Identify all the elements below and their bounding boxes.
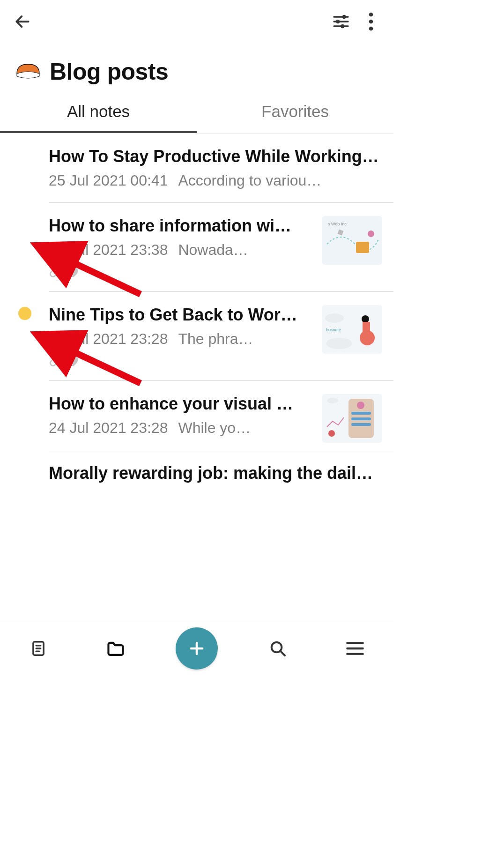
note-preview: While yo… <box>178 419 251 437</box>
note-date: 24 Jul 2021 23:28 <box>49 419 168 437</box>
svg-point-16 <box>326 338 352 349</box>
notebook-title-row: Blog posts <box>0 43 393 94</box>
more-vertical-icon <box>369 12 373 31</box>
svg-point-18 <box>360 330 375 345</box>
menu-icon <box>346 641 364 655</box>
link-icon <box>49 354 62 367</box>
note-title: How to share information wi… <box>49 216 314 236</box>
svg-point-1 <box>343 15 345 18</box>
list-item[interactable]: How to share information wi… 24 Jul 2021… <box>49 203 393 292</box>
favorite-icon <box>67 266 80 277</box>
settings-sliders-icon <box>332 12 350 31</box>
back-button[interactable] <box>7 7 37 37</box>
svg-point-12 <box>368 231 374 237</box>
bottom-nav <box>0 622 393 675</box>
note-thumbnail: s Web Inc <box>322 216 382 265</box>
note-preview: According to variou… <box>178 172 321 189</box>
svg-point-35 <box>272 642 282 653</box>
tab-all-notes[interactable]: All notes <box>0 94 197 133</box>
svg-point-19 <box>362 315 369 323</box>
link-icon <box>49 265 62 278</box>
svg-line-36 <box>281 652 285 655</box>
note-thumbnail <box>322 394 382 443</box>
note-date: 25 Jul 2021 00:41 <box>49 172 168 189</box>
svg-rect-11 <box>356 242 369 253</box>
svg-point-27 <box>328 430 335 437</box>
svg-point-6 <box>369 13 373 17</box>
svg-point-7 <box>369 20 373 24</box>
search-icon <box>268 639 287 658</box>
svg-point-26 <box>357 402 364 409</box>
note-date: 24 Jul 2021 23:38 <box>49 241 168 259</box>
folder-icon <box>106 640 126 657</box>
svg-rect-25 <box>351 423 371 426</box>
nav-folders-button[interactable] <box>99 632 133 665</box>
svg-point-5 <box>341 25 344 27</box>
filter-button[interactable] <box>326 7 356 37</box>
note-thumbnail: busnote <box>322 305 382 354</box>
nav-search-button[interactable] <box>261 632 295 665</box>
note-title: Nine Tips to Get Back to Wor… <box>49 305 314 325</box>
page-title: Blog posts <box>50 58 168 85</box>
add-icon <box>188 640 205 657</box>
add-note-fab[interactable] <box>176 627 218 670</box>
svg-text:s Web Inc: s Web Inc <box>328 222 347 226</box>
svg-rect-20 <box>363 322 370 332</box>
note-preview: Nowada… <box>178 241 248 259</box>
note-title: How to enhance your visual … <box>49 394 314 414</box>
svg-point-8 <box>369 27 373 31</box>
overflow-menu-button[interactable] <box>356 7 386 37</box>
tab-bar: All notes Favorites <box>0 94 393 134</box>
note-icon <box>30 640 47 657</box>
svg-point-15 <box>325 313 344 323</box>
note-title: How To Stay Productive While Working… <box>49 147 382 166</box>
top-bar <box>0 0 393 43</box>
note-date: 24 Jul 2021 23:28 <box>49 330 168 348</box>
svg-text:busnote: busnote <box>326 328 341 332</box>
favorite-icon <box>67 355 80 366</box>
list-item[interactable]: How to enhance your visual … 24 Jul 2021… <box>49 381 393 450</box>
list-item[interactable]: Nine Tips to Get Back to Wor… 24 Jul 202… <box>49 292 393 381</box>
nav-notes-button[interactable] <box>22 632 55 665</box>
nav-menu-button[interactable] <box>338 632 372 665</box>
svg-rect-24 <box>351 417 371 420</box>
tab-favorites[interactable]: Favorites <box>197 94 393 133</box>
note-title: Morally rewarding job: making the dail… <box>49 463 382 483</box>
note-marker-dot <box>18 307 31 320</box>
note-preview: The phra… <box>178 330 253 348</box>
svg-rect-23 <box>351 412 371 415</box>
note-list: How To Stay Productive While Working… 25… <box>0 134 393 489</box>
notebook-icon <box>15 60 41 83</box>
back-arrow-icon <box>14 13 31 30</box>
list-item[interactable]: How To Stay Productive While Working… 25… <box>49 134 393 203</box>
svg-point-3 <box>337 20 339 22</box>
list-item[interactable]: Morally rewarding job: making the dail… <box>49 450 393 489</box>
svg-point-28 <box>327 398 338 403</box>
